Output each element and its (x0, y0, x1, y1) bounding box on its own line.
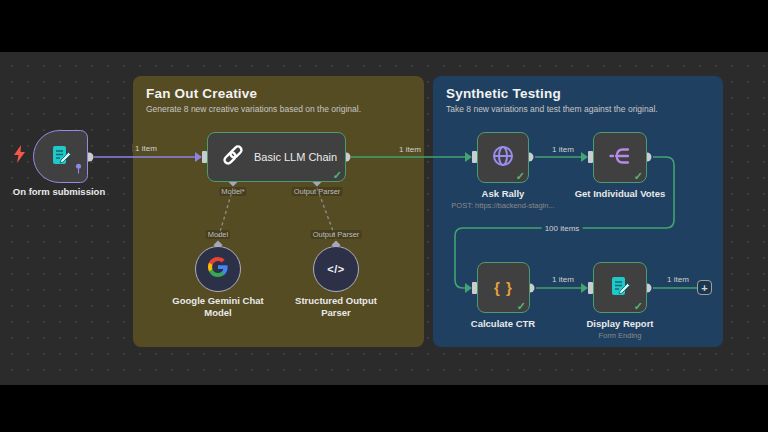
node-title-basic-llm-chain: Basic LLM Chain (254, 151, 337, 163)
node-get-individual-votes[interactable]: ✓ (593, 132, 647, 183)
node-on-form-submission[interactable] (33, 130, 88, 183)
success-check-icon: ✓ (634, 170, 643, 183)
code-icon: </> (327, 263, 344, 275)
node-ask-rally[interactable]: ✓ (477, 132, 529, 183)
node-label-google-gemini: Google Gemini Chat Model (170, 295, 266, 318)
connection-label: 1 item (549, 145, 577, 154)
node-basic-llm-chain[interactable]: Basic LLM Chain ✓ (207, 132, 346, 182)
connection-label: 1 item (664, 275, 692, 284)
node-label-get-individual-votes: Get Individual Votes (565, 188, 675, 200)
braces-icon: { } (494, 279, 513, 296)
node-google-gemini-chat-model[interactable] (195, 246, 241, 292)
node-label-structured-output-parser: Structured Output Parser (291, 295, 381, 318)
google-logo-icon (208, 257, 228, 281)
connection-label: 1 item (549, 275, 577, 284)
success-check-icon: ✓ (516, 170, 525, 183)
form-icon (50, 144, 72, 170)
group-subtitle: Generate 8 new creative variations based… (146, 104, 424, 114)
node-label-calculate-ctr: Calculate CTR (458, 318, 548, 330)
merge-votes-icon (608, 144, 632, 172)
port-label-model: Model (206, 230, 230, 239)
connection-label: 1 item (132, 144, 160, 153)
pin-icon (74, 161, 83, 179)
node-structured-output-parser[interactable]: </> (313, 246, 359, 292)
node-calculate-ctr[interactable]: { } ✓ (477, 262, 530, 313)
chain-link-icon (221, 143, 245, 171)
port-label-model-required: Model* (219, 187, 246, 196)
group-title: Fan Out Creative (146, 86, 424, 101)
success-check-icon: ✓ (517, 300, 526, 313)
globe-icon (491, 144, 515, 172)
node-display-report[interactable]: ✓ (593, 262, 647, 313)
add-node-button[interactable]: + (697, 280, 712, 295)
connection-label: 100 items (542, 224, 583, 233)
port-label-output-parser-required: Output Parser (292, 187, 343, 196)
group-subtitle: Take 8 new variations and test them agai… (446, 104, 723, 114)
node-label-on-form-submission: On form submission (4, 186, 114, 198)
connection-label: 1 item (396, 145, 424, 154)
node-sublabel-display-report: Form Ending (575, 331, 665, 340)
port-label-output-parser: Output Parser (311, 230, 362, 239)
success-check-icon: ✓ (634, 300, 643, 313)
node-sublabel-ask-rally: POST: https://backend-stagin... (448, 201, 558, 210)
group-title: Synthetic Testing (446, 86, 723, 101)
workflow-canvas[interactable]: Fan Out Creative Generate 8 new creative… (0, 52, 768, 385)
form-icon (609, 275, 631, 301)
node-label-display-report: Display Report (575, 318, 665, 330)
node-label-ask-rally: Ask Rally (458, 188, 548, 200)
success-check-icon: ✓ (333, 169, 342, 182)
trigger-bolt-icon (14, 145, 26, 167)
